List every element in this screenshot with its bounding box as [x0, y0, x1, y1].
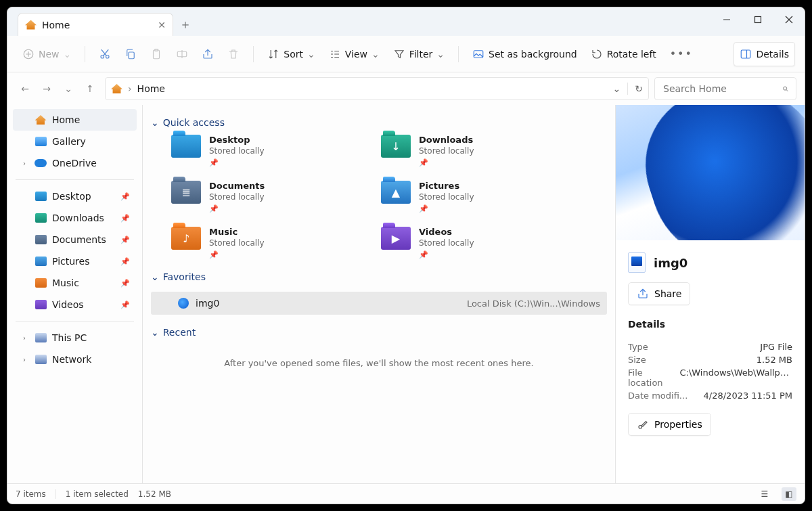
breadcrumb-home[interactable]: Home	[137, 83, 165, 94]
favorites-header[interactable]: ⌄Favorites	[151, 271, 607, 282]
qa-sub: Stored locally	[419, 146, 474, 156]
view-list-icon[interactable]: ☰	[757, 487, 772, 501]
filter-button[interactable]: Filter⌄	[388, 42, 450, 66]
qa-documents[interactable]: ≣DocumentsStored locally📌	[171, 181, 361, 213]
folder-icon: ▶	[381, 227, 411, 250]
pin-icon: 📌	[120, 214, 130, 223]
filter-label: Filter	[409, 49, 433, 60]
share-button[interactable]: Share	[628, 282, 690, 305]
qa-downloads[interactable]: ↓DownloadsStored locally📌	[381, 135, 570, 167]
close-window-button[interactable]	[773, 7, 805, 32]
sidebar-item-label: Gallery	[52, 136, 86, 147]
cut-button[interactable]	[93, 42, 116, 66]
refresh-button[interactable]: ↻	[635, 83, 643, 94]
qa-desktop[interactable]: DesktopStored locally📌	[171, 135, 361, 167]
back-button[interactable]: ←	[16, 79, 35, 98]
minimize-button[interactable]	[711, 7, 742, 32]
new-label: New	[39, 49, 60, 60]
address-dropdown-icon[interactable]: ⌄	[613, 83, 621, 94]
sidebar-item-desktop[interactable]: Desktop📌	[13, 185, 137, 207]
favorite-location: Local Disk (C:)\Win...\Windows	[467, 298, 600, 309]
properties-label: Properties	[654, 419, 702, 430]
pin-icon: 📌	[209, 158, 265, 167]
sidebar-item-music[interactable]: Music📌	[13, 272, 137, 294]
qa-videos[interactable]: ▶VideosStored locally📌	[381, 227, 570, 259]
pin-icon: 📌	[419, 158, 474, 167]
sidebar-item-label: This PC	[52, 332, 87, 343]
copy-button[interactable]	[119, 42, 142, 66]
sort-button[interactable]: Sort⌄	[262, 42, 320, 66]
qa-pictures[interactable]: ▲PicturesStored locally📌	[381, 181, 570, 213]
sidebar-item-label: Home	[52, 114, 80, 125]
more-button[interactable]: •••	[664, 42, 698, 66]
details-toggle-label: Details	[756, 49, 789, 60]
maximize-button[interactable]	[742, 7, 773, 32]
history-dropdown[interactable]: ⌄	[59, 79, 78, 98]
properties-button[interactable]: Properties	[628, 413, 711, 436]
sidebar-item-network[interactable]: ›Network	[13, 349, 137, 370]
set-background-button[interactable]: Set as background	[467, 42, 583, 66]
details-pane: img0 Share Details TypeJPG File Size1.52…	[615, 105, 805, 483]
rename-button[interactable]	[171, 42, 194, 66]
recent-header[interactable]: ⌄Recent	[151, 327, 607, 338]
forward-button[interactable]: →	[37, 79, 56, 98]
pin-icon: 📌	[120, 236, 130, 244]
up-button[interactable]: ↑	[81, 79, 99, 98]
file-thumbnail-icon	[628, 252, 646, 273]
close-tab-icon[interactable]: ✕	[158, 20, 166, 30]
folder-icon	[171, 135, 201, 158]
qa-sub: Stored locally	[419, 192, 474, 202]
svg-rect-8	[474, 50, 483, 58]
search-input[interactable]	[662, 83, 782, 95]
sidebar-item-this-pc[interactable]: ›This PC	[13, 327, 137, 349]
sidebar-item-label: Music	[52, 277, 79, 288]
quick-access-header[interactable]: ⌄Quick access	[151, 117, 607, 128]
details-pane-toggle[interactable]: Details	[734, 42, 795, 66]
view-button[interactable]: View⌄	[323, 42, 385, 66]
qa-sub: Stored locally	[419, 238, 474, 248]
preview-image	[616, 105, 805, 240]
qa-name: Downloads	[419, 135, 474, 145]
sidebar-item-downloads[interactable]: Downloads📌	[13, 207, 137, 229]
svg-rect-9	[742, 50, 751, 58]
toolbar: New⌄ Sort⌄ View⌄ Filter⌄ Set as backgrou…	[7, 36, 805, 72]
tab-home[interactable]: Home ✕	[18, 13, 173, 36]
pin-icon: 📌	[120, 279, 130, 288]
home-icon	[111, 84, 122, 93]
new-tab-button[interactable]: ＋	[173, 13, 198, 36]
folder-icon: ≣	[171, 181, 201, 204]
pin-icon: 📌	[120, 301, 130, 309]
pin-icon: 📌	[120, 257, 130, 266]
qa-music[interactable]: ♪MusicStored locally📌	[171, 227, 361, 259]
pin-icon: 📌	[209, 250, 265, 259]
delete-button[interactable]	[222, 42, 245, 66]
sidebar-item-home[interactable]: Home	[13, 109, 137, 131]
view-details-icon[interactable]: ◧	[782, 487, 796, 501]
sidebar-item-onedrive[interactable]: ›OneDrive	[13, 152, 137, 174]
sidebar-item-label: OneDrive	[52, 158, 97, 169]
search-box[interactable]	[654, 77, 796, 100]
sidebar: Home Gallery ›OneDrive Desktop📌 Download…	[7, 105, 143, 483]
qa-sub: Stored locally	[209, 192, 265, 202]
folder-icon: ♪	[171, 227, 201, 250]
sidebar-item-videos[interactable]: Videos📌	[13, 294, 137, 315]
sidebar-item-documents[interactable]: Documents📌	[13, 229, 137, 250]
sidebar-item-gallery[interactable]: Gallery	[13, 131, 137, 152]
rotate-left-label: Rotate left	[607, 49, 656, 60]
sidebar-item-pictures[interactable]: Pictures📌	[13, 250, 137, 272]
qa-name: Videos	[419, 227, 474, 237]
share-button[interactable]	[196, 42, 219, 66]
address-bar[interactable]: › Home ⌄ ↻	[105, 77, 649, 100]
folder-icon: ↓	[381, 135, 411, 158]
paste-button[interactable]	[145, 42, 168, 66]
svg-rect-4	[129, 52, 134, 59]
section-title: Recent	[163, 327, 196, 338]
sidebar-item-label: Pictures	[52, 256, 89, 267]
qa-name: Documents	[209, 181, 265, 191]
sidebar-item-label: Downloads	[52, 213, 104, 223]
home-icon	[25, 20, 37, 30]
rotate-left-button[interactable]: Rotate left	[585, 42, 662, 66]
favorite-item-img0[interactable]: img0 Local Disk (C:)\Win...\Windows	[151, 292, 607, 315]
new-button[interactable]: New⌄	[17, 42, 76, 66]
detail-size: Size1.52 MB	[628, 355, 792, 365]
